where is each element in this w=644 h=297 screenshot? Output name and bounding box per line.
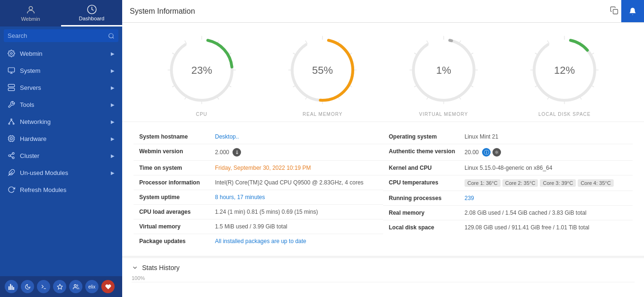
chart-label: 100%	[132, 275, 635, 281]
content-area: 23% CPU	[122, 23, 644, 297]
cpu-gauge-label: CPU	[196, 112, 207, 117]
svg-rect-8	[8, 84, 14, 87]
theme-settings-icon-btn[interactable]: ⚛	[492, 148, 501, 157]
copy-button[interactable]	[608, 4, 620, 18]
users-icon-btn[interactable]	[69, 280, 82, 293]
time-key: Time on system	[139, 165, 215, 171]
svg-point-14	[13, 123, 14, 124]
real-memory-gauge: 55% REAL MEMORY	[285, 32, 360, 117]
svg-text:12%: 12%	[554, 64, 575, 76]
svg-point-2	[109, 33, 113, 37]
search-input[interactable]	[8, 32, 108, 39]
svg-point-28	[9, 155, 10, 157]
collapse-icon[interactable]	[132, 264, 138, 271]
svg-line-3	[113, 37, 114, 38]
user-elix-btn[interactable]: elix	[85, 280, 98, 293]
info-row-virtual-memory: Virtual memory 1.5 MiB used / 3.99 GiB t…	[134, 219, 383, 234]
sidebar-item-webmin-label: Webmin	[20, 50, 42, 57]
notification-button[interactable]	[621, 0, 644, 22]
info-icon-btn[interactable]: ⓘ	[482, 148, 491, 157]
os-value: Linux Mint 21	[465, 133, 498, 140]
local-disk-key: Local disk space	[389, 224, 465, 231]
hostname-value[interactable]: Desktop..	[215, 133, 239, 140]
sidebar-item-unused-modules-label: Un-used Modules	[20, 169, 68, 176]
svg-point-0	[29, 7, 32, 10]
sidebar-item-networking-label: Networking	[20, 118, 51, 125]
theme-key: Authentic theme version	[389, 148, 465, 155]
moon-icon-btn[interactable]	[21, 280, 34, 293]
cpu-temps-value: Core 1: 36°C Core 2: 35°C Core 3: 39°C C…	[465, 179, 614, 187]
servers-icon	[8, 84, 15, 91]
download-icon-btn[interactable]: ⇓	[233, 148, 241, 157]
svg-rect-5	[8, 68, 14, 72]
theme-value: 20.00 ⓘ ⚛	[465, 148, 501, 157]
svg-line-30	[10, 156, 13, 157]
search-bar[interactable]	[4, 29, 118, 42]
info-row-package-updates: Package updates All installed packages a…	[134, 234, 383, 248]
bar-chart-icon-btn[interactable]	[5, 280, 18, 293]
svg-marker-37	[57, 284, 63, 289]
webmin-tab[interactable]: Webmin	[0, 0, 61, 26]
sidebar-item-system[interactable]: System ▶	[0, 62, 122, 79]
dashboard-tab[interactable]: Dashboard	[61, 0, 122, 26]
time-value[interactable]: Friday, September 30, 2022 10:19 PM	[215, 165, 311, 171]
terminal-icon-btn[interactable]	[37, 280, 50, 293]
real-memory-value: 2.08 GiB used / 1.54 GiB cached / 3.83 G…	[465, 210, 586, 216]
sidebar-item-servers-label: Servers	[20, 84, 41, 91]
svg-rect-34	[10, 284, 11, 289]
monitor-icon	[8, 67, 15, 74]
sidebar: Webmin Dashboard Webmin ▶	[0, 0, 122, 297]
svg-rect-32	[13, 287, 14, 290]
chevron-right-icon4: ▶	[111, 102, 115, 107]
sidebar-item-webmin[interactable]: Webmin ▶	[0, 45, 122, 62]
info-row-cpu-load: CPU load averages 1.24 (1 min) 0.81 (5 m…	[134, 205, 383, 219]
svg-rect-18	[10, 138, 12, 140]
hardware-icon	[8, 135, 15, 142]
svg-rect-35	[9, 286, 9, 290]
uptime-key: System uptime	[139, 194, 215, 201]
local-disk-value: 129.08 GiB used / 911.41 GiB free / 1.01…	[465, 224, 590, 231]
package-updates-value[interactable]: All installed packages are up to date	[215, 238, 306, 245]
sidebar-item-unused-modules[interactable]: Un-used Modules ▶	[0, 164, 122, 181]
svg-point-27	[12, 152, 14, 154]
sidebar-item-tools[interactable]: Tools ▶	[0, 96, 122, 113]
cpu-temp-badges: Core 1: 36°C Core 2: 35°C Core 3: 39°C C…	[465, 179, 614, 187]
sidebar-item-cluster[interactable]: Cluster ▶	[0, 147, 122, 164]
svg-line-16	[11, 120, 14, 123]
sidebar-item-refresh-modules[interactable]: Refresh Modules	[0, 181, 122, 198]
kernel-value: Linux 5.15.0-48-generic on x86_64	[465, 165, 552, 171]
webmin-version-value: 2.000 ⇓	[215, 148, 241, 157]
virtual-memory-gauge: 1% VIRTUAL MEMORY	[406, 32, 482, 117]
kernel-key: Kernel and CPU	[389, 165, 465, 171]
cpu-temp-core2: Core 2: 35°C	[502, 179, 538, 187]
real-memory-gauge-label: REAL MEMORY	[303, 112, 342, 117]
running-processes-value[interactable]: 239	[465, 195, 474, 201]
top-bar: System Information	[122, 0, 644, 23]
cpu-gauge: 23% CPU	[164, 32, 240, 117]
sidebar-item-hardware[interactable]: Hardware ▶	[0, 130, 122, 147]
heart-icon-btn[interactable]	[101, 280, 115, 293]
stats-header: Stats History	[132, 264, 635, 271]
svg-line-15	[9, 120, 11, 123]
sidebar-item-hardware-label: Hardware	[20, 135, 46, 142]
virtual-memory-gauge-label: VIRTUAL MEMORY	[419, 112, 468, 117]
uptime-value[interactable]: 8 hours, 17 minutes	[215, 194, 265, 201]
tools-icon	[8, 101, 15, 108]
svg-text:23%: 23%	[191, 64, 212, 76]
sidebar-item-networking[interactable]: Networking ▶	[0, 113, 122, 130]
nav-items: Webmin ▶ System ▶ Servers ▶	[0, 45, 122, 276]
chevron-right-icon3: ▶	[111, 85, 115, 90]
chevron-right-icon7: ▶	[111, 153, 115, 158]
cpu-temp-core1: Core 1: 36°C	[465, 179, 501, 187]
info-row-running-processes: Running processes 239	[383, 191, 633, 206]
star-icon-btn[interactable]	[53, 280, 66, 293]
gauges-section: 23% CPU	[122, 23, 644, 122]
svg-rect-33	[11, 285, 12, 289]
cpu-temps-key: CPU temperatures	[389, 179, 465, 186]
info-row-os: Operating system Linux Mint 21	[383, 130, 633, 144]
chevron-right-icon: ▶	[111, 51, 115, 56]
svg-point-4	[10, 52, 12, 54]
os-key: Operating system	[389, 133, 465, 140]
svg-point-12	[11, 119, 12, 120]
sidebar-item-servers[interactable]: Servers ▶	[0, 79, 122, 96]
